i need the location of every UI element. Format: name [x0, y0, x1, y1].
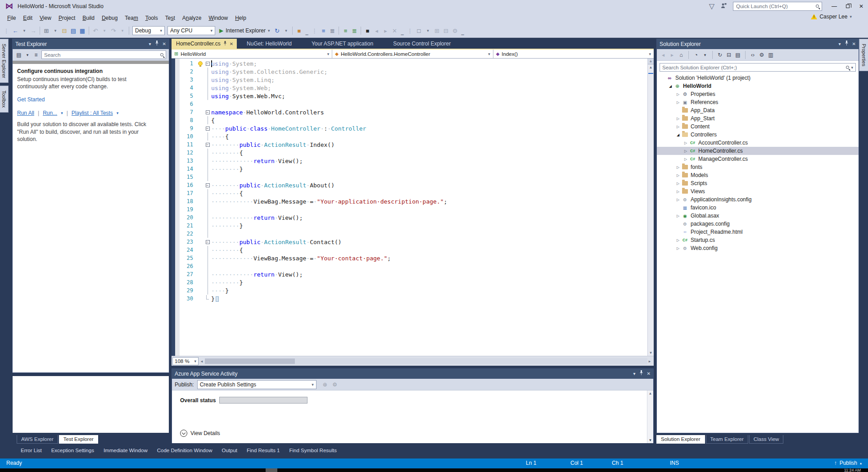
tree-item-accountcontroller-cs[interactable]: ▷C#AccountController.cs — [657, 139, 859, 147]
tree-item-web-config[interactable]: ▷⚙Web.config — [657, 244, 859, 252]
bottom-tab-output[interactable]: Output — [217, 446, 241, 454]
outline-margin[interactable] — [204, 262, 211, 270]
bottom-tab-find-symbol-results[interactable]: Find Symbol Results — [285, 446, 341, 454]
tree-item-packages-config[interactable]: ⚙packages.config — [657, 220, 859, 228]
restore-button[interactable] — [841, 1, 854, 12]
menu-item-file[interactable]: File — [4, 13, 19, 23]
navigate-backward-icon[interactable]: ← — [11, 26, 19, 35]
run-link[interactable]: Run... — [43, 110, 57, 116]
pin-icon[interactable] — [155, 39, 159, 49]
scrollbar-thumb[interactable] — [205, 359, 295, 364]
uncomment-icon[interactable]: ≣ — [350, 26, 358, 35]
edge-tab-properties[interactable]: Properties — [859, 39, 868, 71]
expand-icon[interactable]: ▷ — [675, 173, 681, 177]
toolbar-overflow-handle[interactable]: ▁ — [304, 26, 309, 35]
toolbar-overflow-handle[interactable]: ▁ — [460, 26, 465, 35]
get-started-link[interactable]: Get Started — [17, 96, 45, 103]
close-icon[interactable]: ✕ — [163, 39, 166, 49]
panel-tab-team-explorer[interactable]: Team Explorer — [706, 435, 748, 444]
publish-status-button[interactable]: ↑ Publish ▴ — [834, 460, 862, 466]
refresh-browser-caret[interactable]: ▾ — [282, 26, 290, 35]
tree-item-homecontroller-cs[interactable]: ▷C#HomeController.cs — [657, 147, 859, 155]
navigate-backward-caret[interactable]: ▾ — [20, 26, 28, 35]
collapse-box-icon[interactable]: − — [206, 127, 210, 131]
show-all-files-icon[interactable]: ▤ — [734, 51, 741, 59]
filter-caret[interactable]: ▾ — [701, 51, 709, 59]
indent-increase-icon[interactable]: ≣ — [328, 26, 336, 35]
view-details-toggle[interactable]: View Details — [180, 430, 220, 437]
forward-icon[interactable]: ▸ — [669, 51, 676, 59]
outline-margin[interactable] — [204, 205, 211, 213]
outline-margin[interactable] — [204, 157, 211, 165]
expand-icon[interactable]: ▷ — [675, 117, 681, 121]
send-feedback-icon[interactable] — [721, 2, 727, 10]
outline-margin[interactable] — [204, 230, 211, 238]
expand-icon[interactable]: ▷ — [675, 190, 681, 194]
outline-margin[interactable]: − — [204, 238, 211, 246]
document-tab-homecontroller-cs[interactable]: HomeController.cs✕ — [172, 39, 237, 49]
refresh-icon[interactable]: ↻ — [716, 51, 723, 59]
split-window-handle[interactable]: ⫝ — [648, 59, 654, 64]
project-dropdown[interactable]: ⊞ HelloWorld▾ — [172, 50, 332, 58]
clear-bookmarks-icon[interactable]: ✕ — [390, 26, 398, 35]
save-all-icon[interactable]: ▦ — [78, 26, 86, 35]
bottom-tab-immediate-window[interactable]: Immediate Window — [99, 446, 152, 454]
toggle-bookmark-icon[interactable]: ■ — [363, 26, 371, 35]
back-icon[interactable]: ◂ — [660, 51, 667, 59]
menu-item-team[interactable]: Team — [121, 13, 141, 23]
tree-item-applicationinsights-config[interactable]: ▷⚙ApplicationInsights.config — [657, 195, 859, 204]
menu-item-debug[interactable]: Debug — [98, 13, 121, 23]
view-code-icon[interactable]: ‹› — [749, 51, 756, 59]
tree-item-solution-helloworld-1-project-[interactable]: ∞Solution 'HelloWorld' (1 project) — [657, 74, 859, 82]
collapse-box-icon[interactable]: − — [206, 183, 210, 187]
outline-margin[interactable] — [204, 246, 211, 254]
pin-icon[interactable] — [223, 41, 227, 46]
tree-item-managecontroller-cs[interactable]: ▷C#ManageController.cs — [657, 155, 859, 163]
outline-margin[interactable] — [204, 254, 211, 262]
outline-margin[interactable] — [204, 189, 211, 197]
tree-item-helloworld[interactable]: ◢⊕HelloWorld — [657, 82, 859, 90]
outline-margin[interactable] — [204, 213, 211, 222]
undo-caret[interactable]: ▾ — [100, 26, 108, 35]
home-icon[interactable]: ⌂ — [678, 51, 685, 59]
menu-item-analyze[interactable]: Analyze — [179, 13, 205, 23]
menu-item-help[interactable]: Help — [231, 13, 250, 23]
expand-icon[interactable]: ▷ — [675, 214, 681, 218]
panel-tab-class-view[interactable]: Class View — [749, 435, 784, 444]
tree-item-global-asax[interactable]: ▷◉Global.asax — [657, 212, 859, 220]
expand-icon[interactable]: ▷ — [675, 100, 681, 104]
search-options-caret-icon[interactable]: ▾ — [851, 65, 853, 70]
outline-margin[interactable] — [204, 100, 211, 108]
outline-margin[interactable] — [204, 92, 211, 100]
add-query-icon[interactable]: ⊞ — [433, 26, 441, 35]
outline-margin[interactable] — [204, 173, 211, 181]
type-dropdown[interactable]: ◆ HelloWorld.Controllers.HomeController▾ — [332, 50, 493, 58]
solution-search-input[interactable]: Search Solution Explorer (Ctrl+;) ▾ — [660, 63, 856, 72]
collapse-icon[interactable]: ◢ — [675, 133, 681, 137]
settings-gear-icon[interactable]: ⚙ — [331, 381, 339, 389]
close-icon[interactable]: ✕ — [852, 39, 856, 49]
playlist-caret-icon[interactable]: ▾ — [117, 111, 119, 115]
panel-tab-solution-explorer[interactable]: Solution Explorer — [656, 435, 705, 444]
pin-icon[interactable] — [845, 39, 849, 49]
collapse-box-icon[interactable]: − — [206, 143, 210, 147]
save-icon[interactable]: ▤ — [69, 26, 77, 35]
tree-item-app-data[interactable]: App_Data — [657, 106, 859, 114]
scroll-left-icon[interactable]: ◂ — [199, 359, 205, 363]
group-by-icon[interactable]: ▤ — [15, 51, 23, 59]
toolbar-drag-handle[interactable]: ⋮ — [2, 26, 10, 35]
code-editor[interactable]: 1−using·System;2using·System.Collections… — [172, 59, 654, 356]
pending-changes-filter-icon[interactable]: ◔ — [692, 51, 700, 59]
selection-margin[interactable] — [175, 59, 180, 356]
expand-icon[interactable]: ▷ — [683, 141, 689, 145]
member-dropdown[interactable]: ◆ Index()▾ — [493, 50, 654, 58]
expand-icon[interactable]: ▷ — [675, 198, 681, 202]
expand-icon[interactable]: ▷ — [675, 246, 681, 250]
next-bookmark-icon[interactable]: ▸ — [381, 26, 389, 35]
properties-icon[interactable]: ⚙ — [758, 51, 765, 59]
refresh-browser-icon[interactable]: ↻ — [273, 26, 281, 35]
collapse-box-icon[interactable]: − — [206, 62, 210, 66]
outline-margin[interactable] — [204, 222, 211, 230]
navigate-forward-icon[interactable]: → — [29, 26, 37, 35]
outline-margin[interactable]: − — [204, 124, 211, 132]
